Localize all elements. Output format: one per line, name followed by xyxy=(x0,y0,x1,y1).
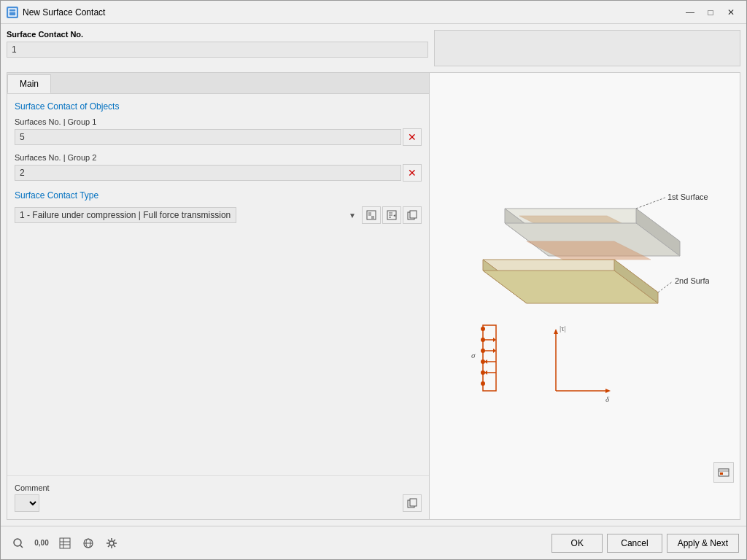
svg-point-35 xyxy=(481,381,485,386)
top-right-panel xyxy=(434,30,740,66)
svg-text:δ: δ xyxy=(605,394,610,403)
contact-type-section: Surface Contact Type 1 - Failure under c… xyxy=(15,190,422,224)
svg-rect-53 xyxy=(720,472,723,475)
svg-rect-29 xyxy=(483,325,496,391)
svg-marker-48 xyxy=(605,389,611,393)
title-bar: New Surface Contact — □ ✕ xyxy=(1,1,746,24)
svg-marker-46 xyxy=(554,329,558,334)
tab-bar: Main xyxy=(7,73,429,94)
comment-copy-button[interactable] xyxy=(403,494,422,512)
new-icon xyxy=(366,210,376,220)
svg-line-69 xyxy=(114,545,115,546)
contact-no-section: Surface Contact No. xyxy=(7,30,428,66)
globe-icon xyxy=(82,537,94,549)
form-area: Surface Contact of Objects Surfaces No. … xyxy=(7,94,429,475)
svg-rect-12 xyxy=(410,211,417,218)
svg-text:|τ|: |τ| xyxy=(560,324,566,332)
cursor-icon: ✕ xyxy=(408,131,417,143)
svg-marker-10 xyxy=(393,214,395,217)
svg-line-70 xyxy=(114,540,115,541)
bottom-bar: 0,00 xyxy=(1,526,746,559)
middle-section: Main Surface Contact of Objects Surfaces… xyxy=(1,72,746,526)
comment-copy-icon xyxy=(407,498,417,508)
svg-rect-3 xyxy=(368,212,371,216)
surface-diagram-svg: 1st Surface 2nd Surface xyxy=(461,187,709,311)
cursor-icon-2: ✕ xyxy=(408,167,417,179)
svg-point-54 xyxy=(14,539,21,546)
svg-line-71 xyxy=(108,545,109,546)
gear-icon xyxy=(106,537,117,549)
search-tool-button[interactable] xyxy=(8,533,28,553)
diagram-edit-button[interactable] xyxy=(713,462,734,483)
comment-dropdown-wrapper xyxy=(15,494,401,512)
group1-label: Surfaces No. | Group 1 xyxy=(15,117,422,126)
top-section: Surface Contact No. xyxy=(1,24,746,72)
svg-point-30 xyxy=(481,327,485,331)
svg-text:σ: σ xyxy=(471,351,476,359)
group2-row: ✕ xyxy=(15,164,422,182)
svg-line-55 xyxy=(20,545,23,548)
edit-icon xyxy=(387,210,397,220)
type-btn-3[interactable] xyxy=(403,206,422,224)
svg-rect-56 xyxy=(60,538,70,548)
minimize-button[interactable]: — xyxy=(681,5,700,20)
number-tool-button[interactable]: 0,00 xyxy=(31,533,52,553)
table-tool-button[interactable] xyxy=(55,533,75,553)
bottom-left-tools: 0,00 xyxy=(8,533,122,553)
svg-marker-41 xyxy=(484,359,487,364)
svg-line-68 xyxy=(108,540,109,541)
comment-section: Comment xyxy=(7,475,429,519)
diagram-action-btn[interactable] xyxy=(713,462,734,483)
svg-text:1st Surface: 1st Surface xyxy=(667,192,708,201)
window-icon xyxy=(7,7,18,18)
group1-field: Surfaces No. | Group 1 ✕ xyxy=(15,117,422,146)
comment-label: Comment xyxy=(15,483,422,492)
group2-select-button[interactable]: ✕ xyxy=(403,164,422,182)
maximize-button[interactable]: □ xyxy=(701,5,720,20)
type-select[interactable]: 1 - Failure under compression | Full for… xyxy=(15,207,236,223)
window-controls: — □ ✕ xyxy=(681,5,740,20)
window-title: New Surface Contact xyxy=(23,7,681,18)
settings-tool-button[interactable] xyxy=(101,533,122,553)
apply-next-button[interactable]: Apply & Next xyxy=(667,534,739,553)
main-window: New Surface Contact — □ ✕ Surface Contac… xyxy=(0,0,747,560)
type-dropdown-row: 1 - Failure under compression | Full for… xyxy=(15,206,422,224)
svg-point-63 xyxy=(109,541,114,545)
close-button[interactable]: ✕ xyxy=(721,5,740,20)
ok-button[interactable]: OK xyxy=(551,534,603,553)
diagram-edit-icon xyxy=(718,467,729,478)
contact-no-label: Surface Contact No. xyxy=(7,30,428,39)
group1-input[interactable] xyxy=(15,129,401,145)
cancel-button[interactable]: Cancel xyxy=(607,534,662,553)
section-objects-header: Surface Contact of Objects xyxy=(15,101,422,112)
dropdown-arrow-icon: ▼ xyxy=(349,211,356,219)
force-diagram-svg: σ |τ| δ xyxy=(461,318,709,405)
group2-input[interactable] xyxy=(15,165,401,181)
comment-row xyxy=(15,494,422,512)
bottom-right-buttons: OK Cancel Apply & Next xyxy=(551,534,739,553)
right-panel: 1st Surface 2nd Surface xyxy=(430,72,740,520)
left-panel: Main Surface Contact of Objects Surfaces… xyxy=(7,72,430,520)
group1-select-button[interactable]: ✕ xyxy=(403,128,422,146)
type-dropdown-wrapper: 1 - Failure under compression | Full for… xyxy=(15,207,360,223)
tab-main[interactable]: Main xyxy=(7,74,51,93)
section-type-header: Surface Contact Type xyxy=(15,190,422,201)
surface-3d-diagram: 1st Surface 2nd Surface xyxy=(461,187,709,311)
svg-rect-14 xyxy=(410,499,417,506)
group1-row: ✕ xyxy=(15,128,422,146)
copy-icon xyxy=(407,210,417,220)
comment-select[interactable] xyxy=(15,494,39,512)
contact-no-input[interactable] xyxy=(7,42,428,58)
type-btn-1[interactable] xyxy=(362,206,381,224)
diagram-area: 1st Surface 2nd Surface xyxy=(437,187,732,405)
force-diagram: σ |τ| δ xyxy=(461,318,709,405)
svg-marker-43 xyxy=(484,370,487,375)
globe-tool-button[interactable] xyxy=(78,533,98,553)
table-icon xyxy=(59,537,71,549)
type-btn-2[interactable] xyxy=(382,206,401,224)
group2-field: Surfaces No. | Group 2 ✕ xyxy=(15,153,422,182)
svg-rect-0 xyxy=(9,9,16,16)
svg-line-27 xyxy=(658,281,673,292)
main-content: Surface Contact No. Main Surface Contact… xyxy=(1,24,746,559)
number-icon: 0,00 xyxy=(34,539,48,547)
